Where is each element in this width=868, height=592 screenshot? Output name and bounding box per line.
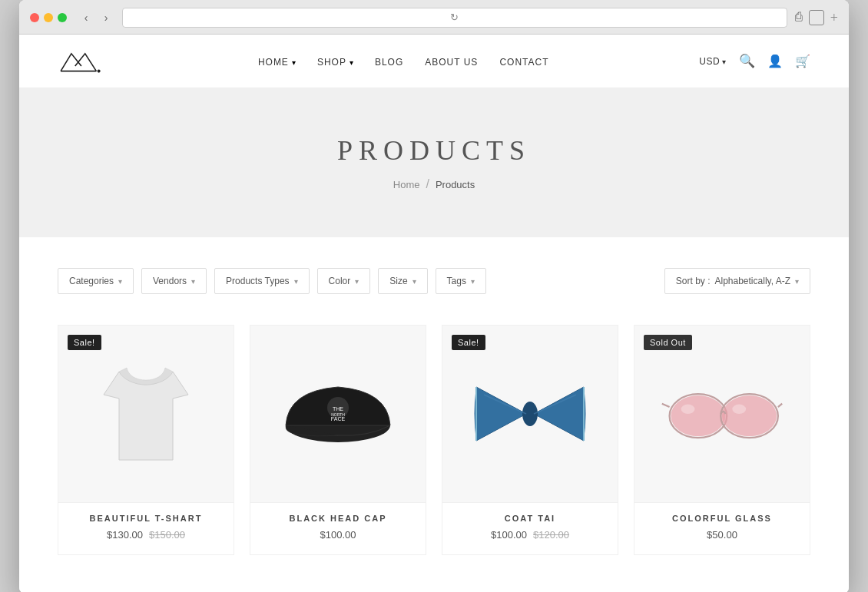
address-bar[interactable]: ↻ bbox=[122, 8, 787, 28]
filters-bar: Categories Vendors Products Types Color … bbox=[58, 260, 810, 302]
breadcrumb-separator: / bbox=[426, 177, 429, 191]
filter-size-label: Size bbox=[389, 276, 407, 286]
filter-products-types[interactable]: Products Types bbox=[214, 268, 310, 294]
filter-color-label: Color bbox=[329, 276, 351, 286]
product-name: BLACK HEAD CAP bbox=[261, 514, 415, 523]
nav-item-about[interactable]: ABOUT US bbox=[425, 55, 478, 68]
share-icon[interactable]: ⎙ bbox=[795, 10, 803, 26]
account-icon: 👤 bbox=[767, 54, 783, 68]
nav-link-about[interactable]: ABOUT US bbox=[425, 57, 478, 68]
traffic-lights bbox=[30, 13, 67, 22]
filter-size[interactable]: Size bbox=[378, 268, 427, 294]
nav-item-blog[interactable]: BLOG bbox=[375, 55, 403, 68]
product-price: $100.00 bbox=[261, 529, 415, 541]
product-image-tshirt bbox=[96, 352, 196, 475]
svg-point-9 bbox=[671, 395, 725, 436]
product-image-wrap: Sold Out bbox=[634, 326, 810, 502]
product-price: $130.00 $150.00 bbox=[69, 529, 223, 541]
nav-actions: USD 🔍 👤 🛒 bbox=[699, 53, 810, 69]
filter-vendors[interactable]: Vendors bbox=[141, 268, 207, 294]
svg-text:FACE: FACE bbox=[331, 416, 346, 422]
product-badge-soldout: Sold Out bbox=[644, 335, 692, 350]
browser-actions: ⎙ + bbox=[795, 10, 838, 26]
product-card-cap[interactable]: THE NORTH FACE BLACK HEAD CAP $100.00 bbox=[250, 325, 426, 555]
new-tab-icon[interactable]: + bbox=[830, 10, 838, 26]
tabs-icon[interactable] bbox=[809, 10, 824, 25]
sort-dropdown[interactable]: Sort by : Alphabetically, A-Z bbox=[664, 268, 810, 294]
product-badge-sale: Sale! bbox=[68, 335, 101, 350]
product-image-wrap: Sale! bbox=[58, 326, 234, 502]
sort-value: Alphabetically, A-Z bbox=[715, 276, 791, 286]
nav-item-shop[interactable]: SHOP bbox=[317, 55, 353, 68]
product-badge-sale: Sale! bbox=[452, 335, 485, 350]
navbar: HOME SHOP BLOG ABOUT US CONTACT USD bbox=[19, 35, 849, 88]
browser-chrome: ‹ › ↻ ⎙ + bbox=[19, 0, 849, 35]
svg-text:THE: THE bbox=[333, 406, 343, 412]
nav-link-home[interactable]: HOME bbox=[258, 57, 289, 68]
account-button[interactable]: 👤 bbox=[767, 54, 783, 68]
price-current: $100.00 bbox=[491, 529, 527, 541]
browser-nav-arrows: ‹ › bbox=[78, 9, 114, 26]
search-button[interactable]: 🔍 bbox=[739, 53, 755, 69]
product-card-bowtie[interactable]: Sale! bbox=[442, 325, 618, 555]
traffic-light-yellow[interactable] bbox=[44, 13, 53, 22]
filter-color[interactable]: Color bbox=[317, 268, 371, 294]
svg-point-15 bbox=[732, 405, 746, 414]
filters-left: Categories Vendors Products Types Color … bbox=[58, 268, 486, 294]
nav-link-contact[interactable]: CONTACT bbox=[499, 57, 548, 68]
product-info: BEAUTIFUL T-SHART $130.00 $150.00 bbox=[58, 502, 234, 554]
filter-vendors-label: Vendors bbox=[153, 276, 187, 286]
nav-item-home[interactable]: HOME bbox=[258, 55, 296, 68]
site-content: HOME SHOP BLOG ABOUT US CONTACT USD bbox=[19, 35, 849, 592]
price-current: $130.00 bbox=[107, 529, 143, 541]
product-name: COLORFUL GLASS bbox=[645, 514, 799, 523]
breadcrumb-home-link[interactable]: Home bbox=[393, 179, 420, 190]
price-current: $50.00 bbox=[707, 529, 737, 541]
product-image-glasses bbox=[661, 379, 784, 448]
search-icon: 🔍 bbox=[739, 53, 755, 69]
nav-link-blog[interactable]: BLOG bbox=[375, 57, 403, 68]
nav-links: HOME SHOP BLOG ABOUT US CONTACT bbox=[258, 55, 549, 68]
filter-tags[interactable]: Tags bbox=[436, 268, 486, 294]
svg-line-13 bbox=[778, 404, 782, 407]
svg-point-1 bbox=[98, 69, 101, 72]
svg-point-14 bbox=[681, 405, 695, 414]
traffic-light-green[interactable] bbox=[58, 13, 67, 22]
product-image-wrap: Sale! bbox=[442, 326, 618, 502]
product-image-bowtie bbox=[469, 372, 591, 456]
svg-point-11 bbox=[722, 395, 777, 436]
products-section: Categories Vendors Products Types Color … bbox=[19, 237, 849, 592]
traffic-light-red[interactable] bbox=[30, 13, 39, 22]
page-title: PRODUCTS bbox=[35, 134, 833, 167]
nav-link-shop[interactable]: SHOP bbox=[317, 57, 346, 68]
product-name: BEAUTIFUL T-SHART bbox=[69, 514, 223, 523]
svg-point-7 bbox=[522, 402, 538, 426]
product-card-glasses[interactable]: Sold Out bbox=[634, 325, 810, 555]
price-current: $100.00 bbox=[320, 529, 356, 541]
browser-forward-button[interactable]: › bbox=[98, 9, 114, 26]
filter-categories-label: Categories bbox=[69, 276, 114, 286]
product-info: COLORFUL GLASS $50.00 bbox=[634, 502, 810, 554]
svg-line-12 bbox=[662, 404, 670, 407]
nav-item-contact[interactable]: CONTACT bbox=[499, 55, 548, 68]
product-image-cap: THE NORTH FACE bbox=[277, 360, 399, 468]
product-info: COAT TAI $100.00 $120.00 bbox=[442, 502, 618, 554]
filter-tags-label: Tags bbox=[447, 276, 466, 286]
product-info: BLACK HEAD CAP $100.00 bbox=[250, 502, 426, 554]
product-grid: Sale! BEAUTIFUL T-SHART $130.00 $150.00 bbox=[58, 325, 810, 555]
logo[interactable] bbox=[58, 46, 108, 77]
breadcrumb: Home / Products bbox=[35, 177, 833, 191]
product-card-tshirt[interactable]: Sale! BEAUTIFUL T-SHART $130.00 $150.00 bbox=[58, 325, 234, 555]
filter-categories[interactable]: Categories bbox=[58, 268, 134, 294]
cart-button[interactable]: 🛒 bbox=[795, 54, 810, 68]
browser-window: ‹ › ↻ ⎙ + bbox=[19, 0, 849, 592]
hero-banner: PRODUCTS Home / Products bbox=[19, 88, 849, 237]
price-original: $150.00 bbox=[149, 529, 185, 541]
browser-back-button[interactable]: ‹ bbox=[78, 9, 94, 26]
breadcrumb-current: Products bbox=[436, 179, 475, 190]
product-price: $100.00 $120.00 bbox=[453, 529, 607, 541]
refresh-icon: ↻ bbox=[450, 12, 459, 24]
sort-label: Sort by : bbox=[676, 276, 711, 286]
currency-selector[interactable]: USD bbox=[699, 56, 727, 67]
product-price: $50.00 bbox=[645, 529, 799, 541]
